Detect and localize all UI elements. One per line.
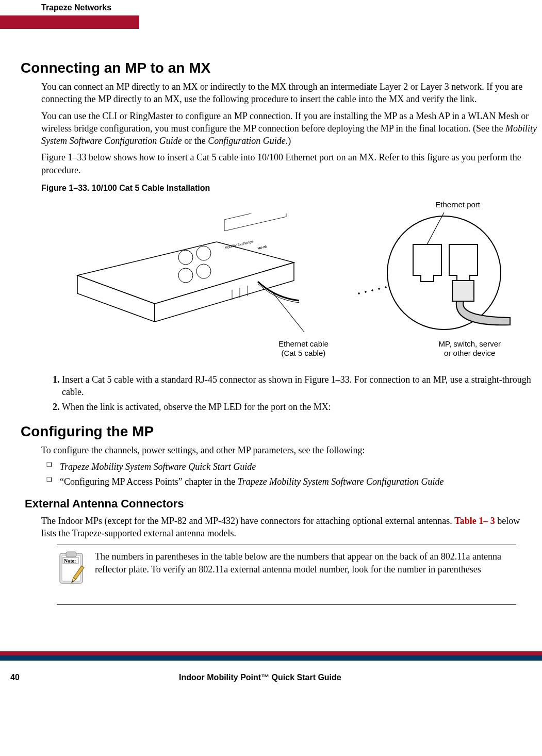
accent-bar bbox=[0, 15, 139, 29]
section-heading-configuring: Configuring the MP bbox=[21, 423, 537, 440]
svg-point-5 bbox=[178, 268, 193, 283]
figure-1-33: Mobility Exchange MX-20 bbox=[72, 203, 516, 358]
svg-point-15 bbox=[372, 290, 373, 291]
svg-rect-7 bbox=[224, 213, 286, 231]
antenna-para: The Indoor MPs (except for the MP-82 and… bbox=[41, 515, 537, 540]
svg-point-17 bbox=[385, 287, 387, 288]
page-number: 40 bbox=[10, 673, 20, 682]
reference-list: Trapeze Mobility System Software Quick S… bbox=[46, 461, 537, 488]
svg-point-3 bbox=[178, 250, 193, 265]
ref-item-2: “Configuring MP Access Points” chapter i… bbox=[46, 475, 537, 488]
para2-part-a: You can use the CLI or RingMaster to con… bbox=[41, 111, 529, 134]
para2-part-c: .) bbox=[286, 136, 291, 146]
ref-item-1: Trapeze Mobility System Software Quick S… bbox=[46, 461, 537, 473]
body-para-2: You can use the CLI or RingMaster to con… bbox=[41, 110, 537, 147]
svg-point-13 bbox=[358, 293, 360, 294]
para2-em2: Configuration Guide bbox=[208, 136, 286, 146]
subheading-external-antenna: External Antenna Connectors bbox=[25, 497, 537, 511]
svg-rect-20 bbox=[452, 281, 474, 301]
label-ethernet-cable-2: (Cat 5 cable) bbox=[281, 349, 325, 357]
footer-divider bbox=[0, 651, 542, 661]
procedure-steps: Insert a Cat 5 cable with a standard RJ-… bbox=[46, 373, 537, 413]
label-device-2: or other device bbox=[444, 349, 495, 357]
note-text: The numbers in parentheses in the table … bbox=[95, 550, 516, 576]
mx-device-illustration: Mobility Exchange MX-20 bbox=[72, 213, 299, 322]
table-1-3-link[interactable]: Table 1– 3 bbox=[454, 516, 495, 526]
figure-caption: Figure 1–33. 10/100 Cat 5 Cable Installa… bbox=[41, 184, 537, 193]
svg-point-14 bbox=[365, 291, 367, 293]
note-box: Note: The numbers in parentheses in the … bbox=[57, 545, 516, 605]
ref2-em: Trapeze Mobility System Software Configu… bbox=[238, 476, 444, 487]
note-icon: Note: bbox=[57, 550, 86, 589]
section-heading-connecting: Connecting an MP to an MX bbox=[21, 60, 537, 76]
svg-point-19 bbox=[387, 216, 501, 330]
header-company: Trapeze Networks bbox=[0, 0, 542, 12]
body-para-1: You can connect an MP directly to an MX … bbox=[41, 80, 537, 106]
config-para-1: To configure the channels, power setting… bbox=[41, 444, 537, 456]
leader-line-cable bbox=[268, 291, 309, 337]
ref2-a: “Configuring MP Access Points” chapter i… bbox=[60, 476, 238, 487]
step-1: Insert a Cat 5 cable with a standard RJ-… bbox=[62, 373, 537, 399]
body-para-3: Figure 1–33 below shows how to insert a … bbox=[41, 151, 537, 176]
ref1-em: Trapeze Mobility System Software Quick S… bbox=[60, 462, 256, 472]
ethernet-port-closeup bbox=[356, 203, 511, 337]
svg-line-22 bbox=[273, 293, 304, 332]
step-2: When the link is activated, observe the … bbox=[62, 401, 537, 413]
para2-part-b: or the bbox=[182, 136, 208, 146]
svg-point-4 bbox=[196, 246, 211, 260]
svg-text:Note:: Note: bbox=[64, 558, 76, 564]
label-ethernet-cable-1: Ethernet cable bbox=[278, 339, 329, 348]
label-device-1: MP, switch, server bbox=[438, 339, 501, 348]
footer-doc-title: Indoor Mobility Point™ Quick Start Guide bbox=[20, 673, 501, 682]
svg-point-6 bbox=[196, 264, 211, 278]
antenna-para-a: The Indoor MPs (except for the MP-82 and… bbox=[41, 516, 454, 526]
svg-rect-25 bbox=[66, 552, 76, 557]
label-ethernet-port: Ethernet port bbox=[435, 200, 480, 209]
svg-point-16 bbox=[379, 288, 380, 290]
svg-text:MX-20: MX-20 bbox=[257, 245, 267, 250]
